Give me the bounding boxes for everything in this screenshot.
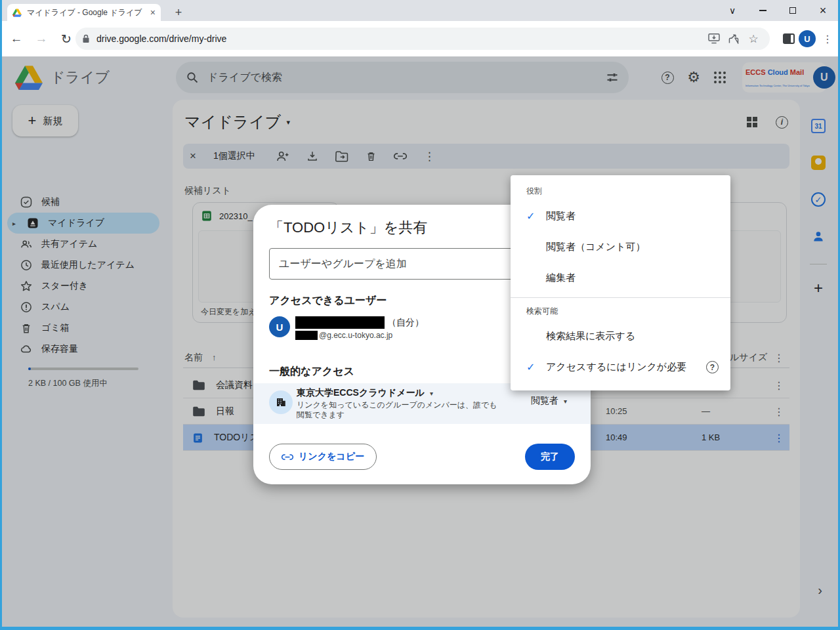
tab-close-icon[interactable]: × — [150, 7, 156, 18]
role-menu-header: 役割 — [511, 183, 730, 201]
profile-avatar[interactable]: U — [799, 30, 816, 47]
menu-item-show-in-search[interactable]: 検索結果に表示する — [511, 321, 730, 352]
redacted-email-prefix — [295, 331, 318, 340]
dialog-title: 「TODOリスト」を共有 — [269, 218, 427, 238]
install-app-icon[interactable] — [704, 29, 724, 49]
share-icon[interactable] — [724, 29, 744, 49]
caret-down-icon: ▾ — [430, 390, 433, 397]
menu-item-link-required[interactable]: ✓ アクセスするにはリンクが必要 ? — [511, 352, 730, 383]
group-access-selector[interactable]: 東京大学ECCSクラウドメール▾ — [297, 387, 433, 399]
browser-menu-icon[interactable]: ⋮ — [822, 33, 833, 45]
menu-divider — [511, 297, 730, 298]
lock-icon — [82, 34, 90, 43]
group-avatar — [269, 390, 293, 414]
new-tab-button[interactable]: + — [170, 4, 187, 21]
done-button[interactable]: 完了 — [525, 444, 575, 470]
close-button[interactable]: × — [808, 0, 838, 21]
drive-favicon — [12, 9, 22, 17]
window-controls: ∨ × — [717, 0, 838, 21]
tab-search-icon[interactable]: ∨ — [717, 0, 747, 21]
redacted-owner-name — [295, 316, 385, 329]
tab-title: マイドライブ - Google ドライブ — [27, 7, 145, 18]
reload-icon[interactable]: ↻ — [56, 28, 77, 49]
menu-item-commenter[interactable]: 閲覧者（コメント可） — [511, 232, 730, 262]
link-icon — [282, 453, 293, 461]
menu-item-editor[interactable]: 編集者 — [511, 262, 730, 293]
group-access-description: リンクを知っているこのグループのメンバーは、誰でも閲覧できます — [297, 400, 500, 420]
general-access-header: 一般的なアクセス — [269, 365, 354, 379]
search-menu-header: 検索可能 — [511, 303, 730, 321]
url-bar[interactable]: drive.google.com/drive/my-drive ☆ — [75, 28, 770, 50]
browser-tab[interactable]: マイドライブ - Google ドライブ × — [7, 4, 161, 21]
caret-down-icon: ▾ — [564, 398, 567, 405]
browser-toolbar: ← → ↻ drive.google.com/drive/my-drive ☆ … — [2, 21, 838, 56]
back-icon[interactable]: ← — [6, 28, 27, 49]
group-role-selector[interactable]: 閲覧者▾ — [531, 395, 567, 407]
help-icon[interactable]: ? — [706, 361, 719, 373]
maximize-button[interactable] — [778, 0, 808, 21]
url-text: drive.google.com/drive/my-drive — [96, 33, 704, 44]
menu-item-viewer[interactable]: ✓ 閲覧者 — [511, 201, 730, 232]
owner-self-label: （自分） — [387, 317, 424, 329]
check-icon: ✓ — [526, 361, 546, 373]
copy-link-button[interactable]: リンクをコピー — [269, 444, 377, 470]
owner-avatar: U — [269, 316, 290, 337]
drive-page: ドライブ ドライブで検索 ? ⚙ ECCS Cloud Mail Informa… — [2, 56, 838, 627]
check-icon: ✓ — [526, 210, 546, 222]
minimize-button[interactable] — [747, 0, 778, 21]
title-bar: マイドライブ - Google ドライブ × + ∨ × — [2, 0, 838, 21]
role-menu: 役割 ✓ 閲覧者 閲覧者（コメント可） 編集者 検索可能 検索結果に表示する ✓ — [511, 175, 730, 390]
bookmark-star-icon[interactable]: ☆ — [744, 29, 763, 49]
organization-icon — [275, 396, 287, 408]
forward-icon[interactable]: → — [31, 28, 52, 49]
side-panel-icon[interactable] — [783, 33, 795, 44]
browser-window: マイドライブ - Google ドライブ × + ∨ × ← → ↻ drive… — [0, 0, 840, 630]
access-section-header: アクセスできるユーザー — [269, 294, 387, 308]
owner-email-domain: @g.ecc.u-tokyo.ac.jp — [319, 331, 392, 340]
